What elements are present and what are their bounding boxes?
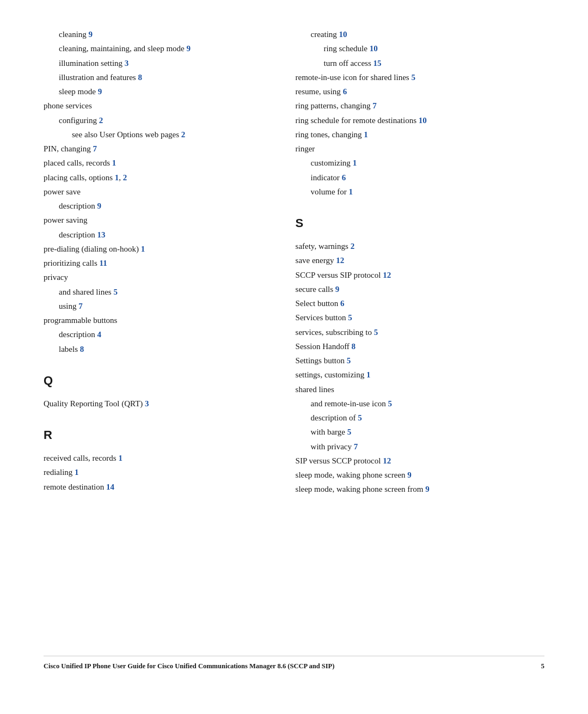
list-item: and shared lines 5 bbox=[44, 285, 263, 299]
list-item: configuring 2 bbox=[44, 113, 263, 127]
list-item: secure calls 9 bbox=[296, 282, 544, 296]
list-item: safety, warnings 2 bbox=[296, 239, 544, 253]
section-q: Q Quality Reporting Tool (QRT) 3 bbox=[44, 374, 263, 411]
list-item: settings, customizing 1 bbox=[296, 368, 544, 382]
list-item: sleep mode, waking phone screen 9 bbox=[296, 468, 544, 482]
left-column: cleaning 9 cleaning, maintaining, and sl… bbox=[44, 27, 285, 656]
section-header-r: R bbox=[44, 428, 263, 442]
list-item: Services button 5 bbox=[296, 310, 544, 325]
section-r: R received calls, records 1 redialing 1 … bbox=[44, 428, 263, 494]
list-item: remote destination 14 bbox=[44, 480, 263, 494]
list-item: ring patterns, changing 7 bbox=[296, 99, 544, 113]
list-item: ring schedule 10 bbox=[296, 41, 544, 56]
right-column: creating 10 ring schedule 10 turn off ac… bbox=[285, 27, 544, 656]
list-item: save energy 12 bbox=[296, 253, 544, 267]
list-item: services, subscribing to 5 bbox=[296, 325, 544, 339]
list-item: and remote-in-use icon 5 bbox=[296, 396, 544, 411]
list-item: redialing 1 bbox=[44, 465, 263, 479]
list-item: power save bbox=[44, 185, 263, 199]
list-item: phone services bbox=[44, 99, 263, 113]
list-item: Settings button 5 bbox=[296, 353, 544, 368]
list-item: resume, using 6 bbox=[296, 84, 544, 99]
list-item: power saving bbox=[44, 213, 263, 227]
section-s: S safety, warnings 2 save energy 12 SCCP… bbox=[296, 216, 544, 497]
list-item: description 4 bbox=[44, 327, 263, 341]
list-item: creating 10 bbox=[296, 27, 544, 41]
list-item: shared lines bbox=[296, 382, 544, 396]
list-item: illumination setting 3 bbox=[44, 56, 263, 70]
session-handoff-entry: Session Handoff 8 bbox=[296, 339, 544, 353]
list-item: pre-dialing (dialing on-hook) 1 bbox=[44, 242, 263, 256]
list-item: cleaning 9 bbox=[44, 27, 263, 41]
list-item: ring tones, changing 1 bbox=[296, 127, 544, 142]
list-item: with barge 5 bbox=[296, 425, 544, 439]
list-item: illustration and features 8 bbox=[44, 70, 263, 84]
list-item: description 13 bbox=[44, 228, 263, 242]
list-item: PIN, changing 7 bbox=[44, 142, 263, 156]
list-item: using 7 bbox=[44, 299, 263, 313]
list-item: placed calls, records 1 bbox=[44, 156, 263, 170]
list-item: customizing 1 bbox=[296, 156, 544, 170]
left-top-entries: cleaning 9 cleaning, maintaining, and sl… bbox=[44, 27, 263, 356]
list-item: description 9 bbox=[44, 199, 263, 213]
list-item: sleep mode, waking phone screen from 9 bbox=[296, 482, 544, 496]
list-item: ringer bbox=[296, 142, 544, 156]
list-item: indicator 6 bbox=[296, 170, 544, 185]
list-item: privacy bbox=[44, 270, 263, 284]
footer-title: Cisco Unified IP Phone User Guide for Ci… bbox=[44, 662, 334, 670]
list-item: volume for 1 bbox=[296, 185, 544, 199]
list-item: cleaning, maintaining, and sleep mode 9 bbox=[44, 41, 263, 56]
section-header-q: Q bbox=[44, 374, 263, 388]
list-item: see also User Options web pages 2 bbox=[44, 127, 263, 142]
list-item: description of 5 bbox=[296, 411, 544, 425]
list-item: ring schedule for remote destinations 10 bbox=[296, 113, 544, 127]
list-item: remote-in-use icon for shared lines 5 bbox=[296, 70, 544, 84]
section-header-s: S bbox=[296, 216, 544, 230]
footer-page: 5 bbox=[541, 662, 545, 670]
list-item: programmable buttons bbox=[44, 313, 263, 327]
list-item: sleep mode 9 bbox=[44, 84, 263, 99]
list-item: prioritizing calls 11 bbox=[44, 256, 263, 270]
list-item: SCCP versus SIP protocol 12 bbox=[296, 268, 544, 282]
list-item: Select button 6 bbox=[296, 296, 544, 310]
list-item: Quality Reporting Tool (QRT) 3 bbox=[44, 396, 263, 411]
footer: Cisco Unified IP Phone User Guide for Ci… bbox=[44, 656, 544, 670]
content-area: cleaning 9 cleaning, maintaining, and sl… bbox=[44, 27, 544, 656]
list-item: with privacy 7 bbox=[296, 440, 544, 454]
list-item: labels 8 bbox=[44, 342, 263, 356]
list-item: placing calls, options 1, 2 bbox=[44, 170, 263, 185]
list-item: received calls, records 1 bbox=[44, 451, 263, 465]
right-top-entries: creating 10 ring schedule 10 turn off ac… bbox=[296, 27, 544, 199]
list-item: SIP versus SCCP protocol 12 bbox=[296, 454, 544, 468]
list-item: turn off access 15 bbox=[296, 56, 544, 70]
page: cleaning 9 cleaning, maintaining, and sl… bbox=[0, 0, 588, 714]
